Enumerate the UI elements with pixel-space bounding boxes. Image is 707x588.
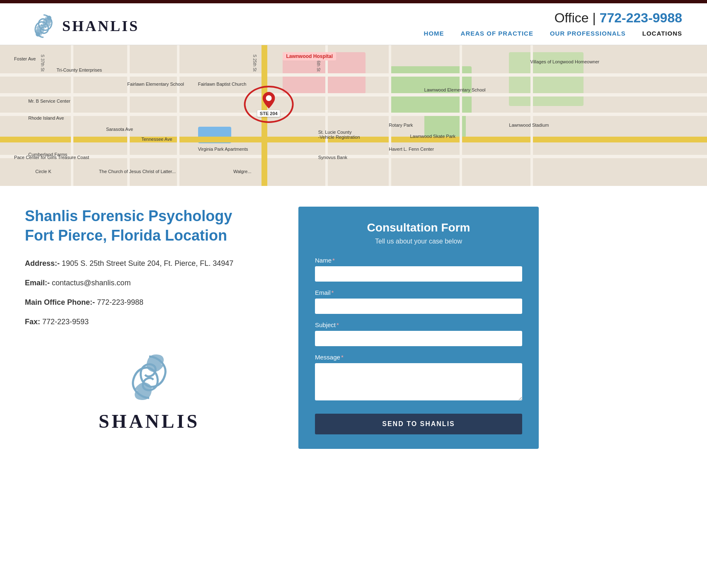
message-label: Message* <box>315 354 522 361</box>
map-label-cumberland: Cumberland Farms <box>28 152 67 157</box>
map-label-tennessee: Tennessee Ave <box>141 137 172 142</box>
name-required: * <box>332 257 335 264</box>
map-label-lawnwood-elem: Lawnwood Elementary School <box>424 87 486 92</box>
subject-label: Subject* <box>315 321 522 328</box>
map-pin-label: STE 204 <box>257 110 280 117</box>
fax-value: 772-223-9593 <box>40 318 89 326</box>
logo-area: SHANLIS <box>25 7 139 45</box>
location-title-line1: Shanlis Forensic Psychology <box>25 207 232 224</box>
nav-locations[interactable]: LOCATIONS <box>642 30 682 37</box>
road-v-7 <box>530 45 533 186</box>
map-label-skate: Lawnwood Skate Park <box>410 134 455 139</box>
map-label-st-lucie: St. Lucie County-Vehicle Registration <box>318 130 360 140</box>
email-label: Email:- <box>25 279 50 287</box>
top-bar <box>0 0 707 3</box>
message-field: Message* <box>315 354 522 402</box>
consultation-form: Consultation Form Tell us about your cas… <box>298 207 539 449</box>
logo-swirl-icon <box>25 7 62 45</box>
address-label: Address:- <box>25 259 60 267</box>
subject-input[interactable] <box>315 331 522 346</box>
location-title: Shanlis Forensic Psychology Fort Pierce,… <box>25 207 274 246</box>
email-required: * <box>332 289 334 296</box>
location-info: Shanlis Forensic Psychology Fort Pierce,… <box>25 207 274 432</box>
nav-areas[interactable]: AREAS OF PRACTICE <box>461 30 533 37</box>
map-label-walgreens: Walgre... <box>233 169 252 174</box>
map-label-rotary: Rotary Park <box>389 123 413 128</box>
phone-line: Office | 772-223-9988 <box>554 10 682 26</box>
message-required: * <box>341 354 344 361</box>
map-label-havert: Havert L. Fenn Center <box>389 147 434 152</box>
road-h-1 <box>0 73 707 77</box>
road-v-6 <box>460 45 462 186</box>
map-label-foster: Foster Ave <box>14 56 36 61</box>
logo-bottom-text: SHANLIS <box>99 410 200 432</box>
map-label-tricounty: Tri-County Enterprises <box>56 67 102 72</box>
name-field: Name* <box>315 257 522 282</box>
nav-professionals[interactable]: OUR PROFESSIONALS <box>550 30 626 37</box>
subject-required: * <box>337 321 339 328</box>
main-nav: HOME AREAS OF PRACTICE OUR PROFESSIONALS… <box>424 30 682 42</box>
map-road-25th: S 25th St <box>252 55 257 72</box>
map-container: Foster Ave Tri-County Enterprises Fairla… <box>0 45 707 186</box>
road-v-2 <box>127 45 130 186</box>
phone-prefix: Office | <box>554 10 600 25</box>
svg-point-4 <box>266 95 271 101</box>
hospital-label: Lawnwood Hospital <box>283 52 336 60</box>
email-field: Email* <box>315 289 522 314</box>
location-title-line2: Fort Pierce, Florida Location <box>25 227 227 244</box>
phone-label: Main Office Phone:- <box>25 298 95 306</box>
header-right: Office | 772-223-9988 HOME AREAS OF PRAC… <box>424 10 682 42</box>
road-h-2 <box>0 93 707 96</box>
email-input[interactable] <box>315 299 522 314</box>
address-row: Address:- 1905 S. 25th Street Suite 204,… <box>25 258 274 269</box>
road-v-1 <box>71 45 73 186</box>
map-label-villages: Villages of Longwood Homeowner <box>530 59 600 64</box>
road-h-4 <box>0 155 707 158</box>
map-label-rhode-island: Rhode Island Ave <box>28 116 64 120</box>
road-v-5 <box>389 45 391 186</box>
map-marker-container: STE 204 <box>257 92 280 117</box>
fax-row: Fax: 772-223-9593 <box>25 316 274 328</box>
road-h-3 <box>0 113 707 116</box>
email-value: contactus@shanlis.com <box>50 279 131 287</box>
form-title: Consultation Form <box>315 221 522 234</box>
map-label-fairlawn: Fairlawn Elementary School <box>127 82 184 87</box>
header: SHANLIS Office | 772-223-9988 HOME AREAS… <box>0 3 707 45</box>
map-label-circle-k: Circle K <box>35 169 51 174</box>
map-label-virginia: Virginia Park Apartments <box>198 147 248 152</box>
message-input[interactable] <box>315 363 522 400</box>
phone-number: 772-223-9988 <box>600 10 682 25</box>
map-road-37th: S 37th St <box>40 55 45 72</box>
submit-button[interactable]: SEND TO SHANLIS <box>315 414 522 434</box>
nav-home[interactable]: HOME <box>424 30 444 37</box>
email-label-form: Email* <box>315 289 522 296</box>
map-label-fairlawn-church: Fairlawn Baptist Church <box>198 82 247 87</box>
road-v-4 <box>325 45 328 186</box>
subject-field: Subject* <box>315 321 522 346</box>
logo-swirl-large-icon <box>116 344 182 410</box>
map-label-sarasota: Sarasota Ave <box>106 127 133 132</box>
phone-row: Main Office Phone:- 772-223-9988 <box>25 297 274 308</box>
logo-text: SHANLIS <box>62 17 139 35</box>
phone-value: 772-223-9988 <box>95 298 143 306</box>
road-v-3 <box>177 45 179 186</box>
email-row: Email:- contactus@shanlis.com <box>25 277 274 289</box>
logo-bottom: SHANLIS <box>25 344 274 432</box>
map-background: Foster Ave Tri-County Enterprises Fairla… <box>0 45 707 186</box>
map-label-mr-b: Mr. B Service Center <box>28 99 70 104</box>
address-value: 1905 S. 25th Street Suite 204, Ft. Pierc… <box>60 259 233 267</box>
content-area: Shanlis Forensic Psychology Fort Pierce,… <box>0 186 707 470</box>
map-label-church: The Church of Jesus Christ of Latter... <box>99 169 176 174</box>
map-pin-icon <box>262 92 275 108</box>
name-input[interactable] <box>315 266 522 282</box>
form-subtitle: Tell us about your case below <box>315 238 522 245</box>
name-label: Name* <box>315 257 522 264</box>
map-label-synovus: Synovus Bank <box>318 155 347 160</box>
map-label-lawnwood-stadium: Lawnwood Stadium <box>509 123 549 128</box>
fax-label: Fax: <box>25 318 40 326</box>
